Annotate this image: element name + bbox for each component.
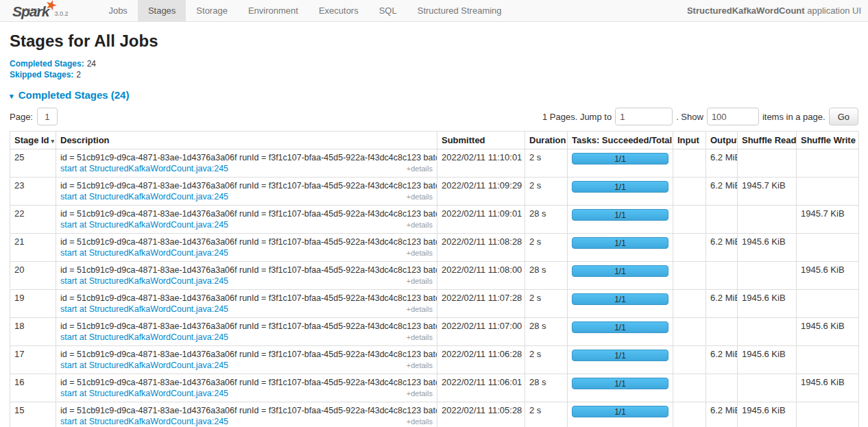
- shuffle-read-cell: [738, 206, 797, 234]
- page-number-input[interactable]: [37, 108, 58, 125]
- tasks-progress-label: 1/1: [572, 154, 668, 164]
- stage-row: 25 id = 51cb91c9-d9ca-4871-83ae-1d4376a3…: [10, 149, 859, 178]
- completed-stages-toggle[interactable]: ▾ Completed Stages (24): [10, 89, 858, 101]
- details-toggle[interactable]: +details: [407, 276, 433, 286]
- application-title: StructuredKafkaWordCount application UI: [687, 0, 861, 22]
- tab-sql[interactable]: SQL: [369, 0, 407, 21]
- tasks-progress-label: 1/1: [572, 266, 668, 276]
- details-toggle[interactable]: +details: [407, 191, 433, 202]
- stage-row: 21 id = 51cb91c9-d9ca-4871-83ae-1d4376a3…: [10, 234, 859, 262]
- stage-source-link[interactable]: start at StructuredKafkaWordCount.java:2…: [60, 360, 228, 371]
- input-cell: [673, 149, 706, 178]
- stage-row: 22 id = 51cb91c9-d9ca-4871-83ae-1d4376a3…: [10, 206, 859, 234]
- tasks-cell: 1/1: [568, 290, 673, 318]
- details-toggle[interactable]: +details: [407, 360, 433, 371]
- column-header-submitted[interactable]: Submitted: [437, 132, 525, 149]
- stage-source-link[interactable]: start at StructuredKafkaWordCount.java:2…: [60, 304, 228, 315]
- apache-label: APACHE: [22, 2, 40, 17]
- stage-id-cell: 21: [10, 234, 56, 262]
- summary-label-link[interactable]: Skipped Stages:: [10, 70, 73, 80]
- column-header-tasks-succeeded-total[interactable]: Tasks: Succeeded/Total: [568, 132, 673, 149]
- tasks-cell: 1/1: [568, 262, 673, 290]
- details-toggle[interactable]: +details: [407, 163, 433, 174]
- stage-source-link[interactable]: start at StructuredKafkaWordCount.java:2…: [60, 247, 228, 258]
- tab-stages[interactable]: Stages: [138, 0, 186, 21]
- column-header-shuffle-read[interactable]: Shuffle Read: [738, 132, 797, 149]
- tasks-progress-bar: 1/1: [572, 153, 668, 164]
- stage-row: 16 id = 51cb91c9-d9ca-4871-83ae-1d4376a3…: [10, 374, 859, 402]
- output-cell: 6.2 MiB: [706, 402, 738, 427]
- tasks-progress-label: 1/1: [572, 238, 668, 248]
- tasks-cell: 1/1: [568, 318, 673, 346]
- column-header-shuffle-write[interactable]: Shuffle Write: [797, 132, 859, 149]
- stage-description-text: id = 51cb91c9-d9ca-4871-83ae-1d4376a3a06…: [60, 152, 433, 163]
- details-toggle[interactable]: +details: [407, 388, 433, 399]
- tasks-progress-bar: 1/1: [572, 350, 668, 361]
- tasks-progress-label: 1/1: [572, 210, 668, 220]
- input-cell: [673, 206, 706, 234]
- duration-cell: 28 s: [525, 262, 568, 290]
- tasks-progress-bar: 1/1: [572, 209, 668, 221]
- column-header-input[interactable]: Input: [673, 132, 706, 149]
- shuffle-read-cell: [738, 262, 797, 290]
- application-suffix: application UI: [805, 5, 861, 16]
- tasks-progress-bar: 1/1: [572, 181, 668, 193]
- tab-jobs[interactable]: Jobs: [98, 0, 137, 21]
- summary-label-link[interactable]: Completed Stages:: [10, 59, 84, 69]
- go-button[interactable]: Go: [829, 108, 858, 125]
- page-label: Page:: [10, 112, 33, 122]
- input-cell: [673, 234, 706, 262]
- stage-source-link[interactable]: start at StructuredKafkaWordCount.java:2…: [60, 416, 228, 427]
- shuffle-read-cell: [738, 149, 797, 178]
- tasks-progress-label: 1/1: [572, 350, 668, 361]
- stage-id-cell: 22: [10, 206, 56, 234]
- details-toggle[interactable]: +details: [407, 219, 433, 230]
- tab-structured-streaming[interactable]: Structured Streaming: [407, 0, 512, 21]
- output-cell: [706, 318, 738, 346]
- tasks-progress-bar: 1/1: [572, 265, 668, 277]
- stage-source-link[interactable]: start at StructuredKafkaWordCount.java:2…: [60, 163, 228, 174]
- duration-cell: 2 s: [525, 290, 568, 318]
- show-text: . Show: [676, 112, 703, 122]
- details-toggle[interactable]: +details: [407, 247, 433, 258]
- shuffle-write-cell: [797, 234, 859, 262]
- shuffle-read-cell: 1945.6 KiB: [738, 290, 797, 318]
- submitted-cell: 2022/02/11 11:07:28: [437, 290, 525, 318]
- stage-source-link[interactable]: start at StructuredKafkaWordCount.java:2…: [60, 276, 228, 286]
- shuffle-read-cell: 1945.7 KiB: [738, 178, 797, 206]
- details-toggle[interactable]: +details: [407, 416, 433, 427]
- details-toggle[interactable]: +details: [407, 332, 433, 343]
- summary-item: Skipped Stages:2: [10, 70, 858, 80]
- items-per-page-input[interactable]: [707, 108, 759, 125]
- stage-id-cell: 17: [10, 346, 56, 374]
- column-header-stage-id[interactable]: Stage Id▾: [10, 132, 56, 149]
- output-cell: [706, 262, 738, 290]
- column-header-duration[interactable]: Duration: [525, 132, 568, 149]
- submitted-cell: 2022/02/11 11:05:28: [437, 402, 525, 427]
- stage-id-cell: 19: [10, 290, 56, 318]
- shuffle-write-cell: [797, 402, 859, 427]
- tasks-progress-label: 1/1: [572, 294, 668, 304]
- description-cell: id = 51cb91c9-d9ca-4871-83ae-1d4376a3a06…: [56, 234, 437, 262]
- description-cell: id = 51cb91c9-d9ca-4871-83ae-1d4376a3a06…: [56, 346, 437, 374]
- stage-row: 15 id = 51cb91c9-d9ca-4871-83ae-1d4376a3…: [10, 402, 859, 427]
- column-header-description[interactable]: Description: [56, 132, 437, 149]
- stage-source-link[interactable]: start at StructuredKafkaWordCount.java:2…: [60, 332, 228, 343]
- tasks-progress-label: 1/1: [572, 322, 668, 332]
- tab-executors[interactable]: Executors: [309, 0, 369, 21]
- jump-to-input[interactable]: [615, 108, 673, 125]
- tasks-progress-bar: 1/1: [572, 237, 668, 249]
- stage-source-link[interactable]: start at StructuredKafkaWordCount.java:2…: [60, 191, 228, 202]
- tab-environment[interactable]: Environment: [238, 0, 309, 21]
- description-cell: id = 51cb91c9-d9ca-4871-83ae-1d4376a3a06…: [56, 206, 437, 234]
- shuffle-write-cell: [797, 346, 859, 374]
- stage-id-cell: 18: [10, 318, 56, 346]
- column-header-output[interactable]: Output: [706, 132, 738, 149]
- stage-source-link[interactable]: start at StructuredKafkaWordCount.java:2…: [60, 219, 228, 230]
- tasks-progress-bar: 1/1: [572, 406, 668, 417]
- details-toggle[interactable]: +details: [407, 304, 433, 315]
- tab-storage[interactable]: Storage: [186, 0, 238, 21]
- submitted-cell: 2022/02/11 11:06:01: [437, 374, 525, 402]
- submitted-cell: 2022/02/11 11:07:00: [437, 318, 525, 346]
- stage-source-link[interactable]: start at StructuredKafkaWordCount.java:2…: [60, 388, 228, 399]
